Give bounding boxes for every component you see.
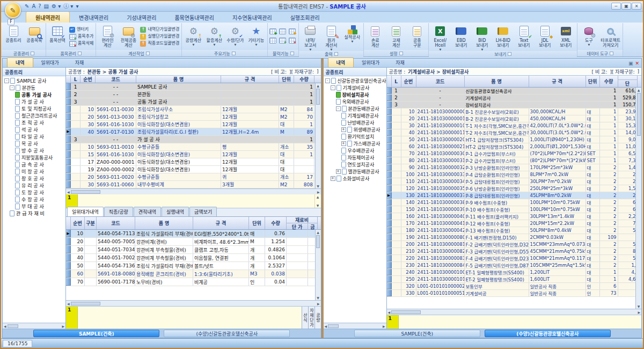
sub-tab-직종/공량[interactable]: 직종/공량 [104,207,133,216]
tree-item[interactable]: 환기덕트설치 [324,133,386,140]
row-selector[interactable] [66,121,71,128]
dialog-launcher-icon[interactable] [610,52,613,55]
tool-fee-calc-button[interactable]: 손료 계산 [365,24,385,49]
dialog-launcher-icon[interactable] [399,52,403,55]
table-row[interactable]: 1502411-181030000039P-10 배수펌프(수중형)100LPM… [387,206,636,213]
row-selector[interactable] [387,185,392,192]
tree-horizontal-scrollbar[interactable]: ◀▶ [324,323,386,329]
panel-tab-내역[interactable]: 내역 [7,57,33,67]
row-selector[interactable] [66,246,71,253]
tree-item[interactable]: 연도설치공사 [324,161,386,168]
sub-tab-일위대가내역[interactable]: 일위대가내역 [67,207,104,216]
salvage-calc-button[interactable]: 고재 계산 [386,24,406,49]
dialog-launcher-icon[interactable] [334,52,338,56]
table-row[interactable]: 2202411-181030000083F-4 급배기팬(덕트인라인형,D230… [387,255,636,262]
table-row[interactable]: 2- -본관동1 [66,91,315,98]
unit-price-batch-change-button[interactable]: ↑내역단가일괄변경 [140,27,179,33]
project-button[interactable]: (수양)신갈동관광호텔신축공사 [164,330,290,337]
row-selector[interactable] [66,106,71,113]
item-select-button[interactable]: ✔품목선택 [47,24,68,49]
row-selector[interactable] [387,122,392,129]
tree-item[interactable]: 기계실배관공사 [324,112,386,119]
row-selector[interactable] [387,213,392,220]
tree-item[interactable]: 옥외배관공사 [324,98,386,105]
project-button[interactable]: SAMPLE(건축) [354,330,480,337]
tree-item[interactable]: 타 일 공 사 [3,133,65,140]
qat-icon[interactable]: ▾ [76,2,78,11]
table-row[interactable]: 105693-011-0010수평규준틀평개소35 [66,143,315,151]
table-row[interactable]: 602411-181030000021HT-2 급탕저장탱크(STS304)2,… [387,143,636,150]
tree-item[interactable]: 토 및 지정공사 [3,105,65,112]
block-insert-icon[interactable]: ◆ [289,28,296,34]
block-select-icon[interactable] [269,38,276,43]
sub-tab-실행내역[interactable]: 실행내역 [162,207,189,216]
memo-content[interactable] [399,315,642,329]
tree-item[interactable]: 방 수 공 사 [3,147,65,154]
trade-code-batch-change-button[interactable]: ↑직종코드일괄변경 [140,41,179,47]
tree-item[interactable]: -신갈동관광호텔신축공사 [324,77,386,84]
float-window-icon[interactable]: ▣ [628,61,633,66]
block-add-icon[interactable]: + [279,38,286,43]
selected-row-indicator[interactable]: ▶ [66,128,71,135]
expand-icon[interactable]: + [341,141,346,146]
row-selector[interactable] [387,101,392,108]
block-delete-icon[interactable]: × [289,38,296,43]
table-row[interactable]: 505440-054-7136조립식 가설울타리 부재(경비)볼트/넛트개2.5… [66,262,315,270]
row-selector[interactable] [387,129,392,136]
tools-button[interactable]: ⚙도구▼ [579,24,599,49]
table-row[interactable]: 1402411-181030000038P-9 배수펌프(수중형)100LPM*… [387,199,636,206]
panel-close-icon[interactable]: ✕ [635,61,639,66]
enter-key-button[interactable]: ↵엔터키 [69,27,93,33]
row-selector[interactable] [387,269,392,275]
row-selector[interactable] [387,136,392,143]
tree-item[interactable]: 조 적 공 사 [3,119,65,126]
memo-side-tab-산식[interactable]: 산식 [302,307,308,329]
vertical-scrollbar[interactable]: ▲▼ [315,230,321,300]
tree-item[interactable]: 난방배관공사 [324,119,386,126]
block-paste-icon[interactable] [279,28,286,34]
tree-item[interactable]: +가스배관공사 [324,140,386,147]
tree-item[interactable]: 부 대 공 사 [3,203,65,210]
tree-item[interactable]: 장비설치공사 [324,91,386,98]
row-selector[interactable] [387,94,392,101]
horizontal-scrollbar[interactable]: ◀▶ [66,188,321,194]
ribbon-tab-변경내역관리[interactable]: 변경내역관리 [70,12,118,23]
dialog-launcher-icon[interactable] [290,52,294,55]
row-selector[interactable] [66,143,71,150]
table-row[interactable]: 1102411-181030000034P-5 급탕대류펌프(인라인형)30LP… [387,178,636,185]
table-row[interactable]: 305693-011-0060내부수평비계3개월M2808 [66,181,315,188]
lhbid-export-button[interactable]: LH-BID 보내기 [493,24,513,50]
table-row[interactable]: 305691-016-1030이동식화장실(대소변겸용)12개월대1 [66,121,315,128]
panel-tab-내역[interactable]: 내역 [328,57,354,67]
table-row[interactable]: 102411-181030000000B-1 진공온수보일러(2회로)300,0… [387,108,636,115]
tree-item[interactable]: +소화설비공사 [324,175,386,182]
tree-horizontal-scrollbar[interactable]: ◀▶ [3,323,65,329]
expand-icon[interactable]: + [336,169,341,174]
row-selector[interactable] [387,276,392,282]
row-selector[interactable] [66,158,71,165]
qat-icon[interactable]: ⚙ ▾ [52,2,61,11]
collapse-icon[interactable]: - [325,78,330,83]
table-row[interactable]: 105691-011-0030조립식가설사무소12개월M284 [66,106,315,113]
row-selector[interactable] [66,98,71,105]
jdl-export-button[interactable]: ◆JDL 보내기 [535,24,555,50]
row-selector[interactable] [387,220,392,227]
workclass-tree-button[interactable]: 공종트리 [3,24,24,49]
app-orb-button[interactable]: ✎ [5,2,21,18]
table-row[interactable]: 2502411-181030000101ET-2 밀폐형팽창탱크(SS400)1… [387,276,636,283]
table-row[interactable]: 1702411-181030000041P-12 배수펌프(수중형)20LPM*… [387,220,636,227]
collapse-icon[interactable]: - [331,85,335,90]
qat-icon[interactable]: A [32,2,35,11]
bid-export-button[interactable]: BID 보내기▼ [472,24,492,50]
sub-tab-견적내역[interactable]: 견적내역 [134,207,161,216]
table-row[interactable]: 1202411-181030000035P-6 난방순환펌프(인라인형)250L… [387,185,636,192]
qat-icon[interactable]: ⓘ ▾ [63,2,73,11]
row-selector[interactable] [387,157,392,164]
row-selector[interactable] [387,255,392,261]
tree-item[interactable]: 자동제어공사 [324,154,386,161]
workclass-divide-button[interactable]: 공종 구분 [407,24,427,49]
exec-price-batch-change-button[interactable]: ↑실행단가일괄변경 [140,34,179,40]
excel-export-button[interactable]: XExcel/ Hcell▼ [430,24,450,50]
table-row[interactable]: 202411-181030000001B-2 진공온수보일러(2회로)450,0… [387,115,636,122]
table-row[interactable]: 2102411-181030000082F-3 급배기팬(덕트인라인형,D550… [387,248,636,255]
